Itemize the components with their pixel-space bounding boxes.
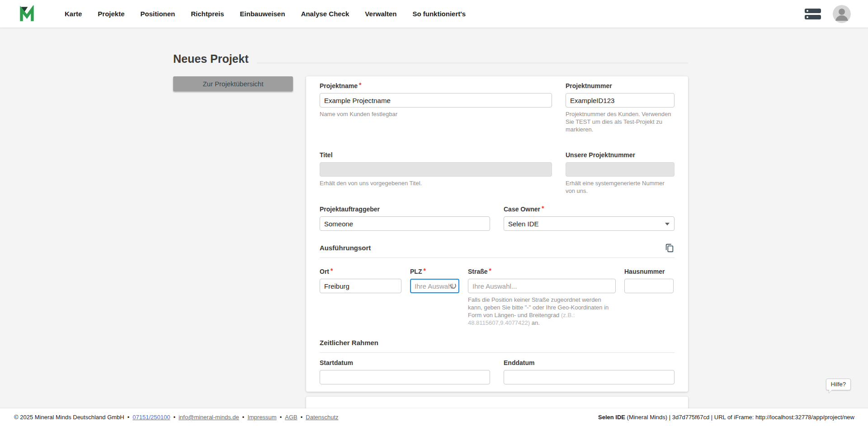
phone-link[interactable]: 07151/250100 (132, 414, 170, 421)
field-startdatum: Startdatum (320, 359, 490, 384)
field-titel: Titel Erhält den von uns vorgegebenen Ti… (320, 151, 552, 195)
required-asterisk: * (489, 267, 491, 274)
projektname-helper: Name vom Kunden festlegbar (320, 110, 552, 118)
section-ausfuehrungsort: Ausführungsort (320, 243, 675, 252)
session-details: (Mineral Minds) | 3d7d775f67cd | URL of … (625, 414, 854, 421)
titel-label: Titel (320, 151, 333, 159)
enddatum-label: Enddatum (504, 359, 534, 367)
strasse-label: Straße (468, 268, 488, 276)
chevron-down-icon (665, 223, 670, 225)
title-divider (257, 63, 688, 63)
nav-item-verwalten[interactable]: Verwalten (365, 10, 396, 18)
hausnummer-input[interactable] (624, 279, 674, 293)
projektname-input[interactable] (320, 93, 552, 108)
required-asterisk: * (330, 267, 333, 274)
projektnummer-input[interactable] (566, 93, 675, 108)
unsere-projektnummer-input (566, 162, 675, 177)
field-projektnummer: Projektnummer Projektnummer des Kunden. … (566, 82, 675, 133)
projektauftraggeber-label: Projektauftraggeber (320, 206, 380, 213)
zeitlicher-rahmen-title: Zeitlicher Rahmen (320, 339, 378, 346)
form-row-auftraggeber-owner: Projektauftraggeber Case Owner * Selen I… (320, 206, 675, 231)
separator-bullet: • (173, 414, 175, 421)
separator-bullet: • (301, 414, 303, 421)
strasse-helper-suffix: an. (530, 319, 540, 326)
datenschutz-link[interactable]: Datenschutz (306, 414, 338, 421)
enddatum-input[interactable] (504, 370, 675, 384)
ort-label: Ort (320, 268, 329, 276)
field-enddatum: Enddatum (504, 359, 675, 384)
nav-item-positionen[interactable]: Positionen (141, 10, 175, 18)
avatar-icon (833, 5, 851, 23)
footer: © 2025 Mineral Minds Deutschland GmbH • … (0, 408, 868, 426)
project-overview-button[interactable]: Zur Projektübersicht (173, 76, 293, 91)
page-title: Neues Projekt (173, 52, 249, 66)
case-owner-select[interactable]: Selen IDE (504, 216, 675, 231)
field-hausnummer: Hausnummer (624, 268, 674, 327)
separator-bullet: • (127, 414, 130, 421)
case-owner-value: Selen IDE (508, 220, 539, 228)
form-row-dates: Startdatum Enddatum (320, 359, 675, 384)
page-header: Neues Projekt (173, 52, 688, 66)
unsere-projektnummer-label: Unsere Projektnummer (566, 151, 635, 159)
field-ort: Ort * (320, 268, 401, 327)
titel-helper: Erhält den von uns vorgegebenen Titel. (320, 179, 552, 187)
main-nav: Karte Projekte Positionen Richtpreis Ein… (65, 10, 466, 18)
server-icon (805, 8, 821, 20)
titel-input (320, 162, 552, 177)
separator-bullet: • (242, 414, 245, 421)
separator-bullet: • (280, 414, 282, 421)
projektnummer-helper: Projektnummer des Kunden. Verwenden Sie … (566, 110, 675, 133)
mineral-minds-logo[interactable] (19, 5, 40, 23)
form-row-titel: Titel Erhält den von uns vorgegebenen Ti… (320, 151, 675, 195)
field-plz: PLZ * (410, 268, 459, 327)
required-asterisk: * (542, 205, 544, 212)
required-asterisk: * (423, 267, 425, 274)
hausnummer-label: Hausnummer (624, 268, 665, 276)
footer-left: © 2025 Mineral Minds Deutschland GmbH • … (14, 414, 339, 421)
nav-item-so-funktionierts[interactable]: So funktioniert's (412, 10, 466, 18)
impressum-link[interactable]: Impressum (247, 414, 276, 421)
nav-item-analyse-check[interactable]: Analyse Check (301, 10, 349, 18)
copy-icon (665, 243, 675, 253)
help-button[interactable]: Hilfe? (826, 379, 851, 390)
ort-input[interactable] (320, 279, 401, 293)
agb-link[interactable]: AGB (285, 414, 297, 421)
required-asterisk: * (359, 81, 361, 89)
ausfuehrungsort-title: Ausführungsort (320, 244, 371, 252)
section-divider (320, 352, 675, 353)
nav-item-einbauweisen[interactable]: Einbauweisen (240, 10, 285, 18)
projektname-label: Projektname (320, 82, 358, 90)
field-case-owner: Case Owner * Selen IDE (504, 206, 675, 231)
section-zeitlicher-rahmen: Zeitlicher Rahmen (320, 338, 675, 347)
nav-item-karte[interactable]: Karte (65, 10, 82, 18)
server-button[interactable] (805, 8, 821, 20)
unsere-projektnummer-helper: Erhält eine systemgenerierte Nummer von … (566, 179, 675, 195)
field-unsere-projektnummer: Unsere Projektnummer Erhält eine systemg… (566, 151, 675, 195)
user-avatar[interactable] (833, 5, 851, 23)
field-projektauftraggeber: Projektauftraggeber (320, 206, 490, 231)
plz-label: PLZ (410, 268, 422, 276)
app-root: Karte Projekte Positionen Richtpreis Ein… (0, 0, 868, 426)
navbar-right (805, 5, 851, 23)
session-user: Selen IDE (598, 414, 625, 421)
nav-item-richtpreis[interactable]: Richtpreis (191, 10, 224, 18)
top-navbar: Karte Projekte Positionen Richtpreis Ein… (0, 0, 868, 28)
startdatum-input[interactable] (320, 370, 490, 384)
field-strasse: Straße * Falls die Position keiner Straß… (468, 268, 616, 327)
startdatum-label: Startdatum (320, 359, 353, 367)
email-link[interactable]: info@mineral-minds.de (179, 414, 239, 421)
copy-location-button[interactable] (665, 243, 675, 253)
copyright-text: © 2025 Mineral Minds Deutschland GmbH (14, 414, 124, 421)
form-row-name-number: Projektname * Name vom Kunden festlegbar… (320, 82, 675, 133)
logo-icon (19, 5, 40, 23)
projektnummer-label: Projektnummer (566, 82, 612, 90)
session-info: Selen IDE (Mineral Minds) | 3d7d775f67cd… (598, 414, 854, 421)
case-owner-label: Case Owner (504, 206, 540, 213)
strasse-input[interactable] (468, 279, 616, 293)
nav-item-projekte[interactable]: Projekte (98, 10, 124, 18)
loading-spinner-icon (450, 283, 456, 289)
project-form-card: Projektname * Name vom Kunden festlegbar… (306, 76, 688, 392)
projektauftraggeber-input[interactable] (320, 216, 490, 231)
field-projektname: Projektname * Name vom Kunden festlegbar (320, 82, 552, 133)
section-divider (320, 257, 675, 258)
